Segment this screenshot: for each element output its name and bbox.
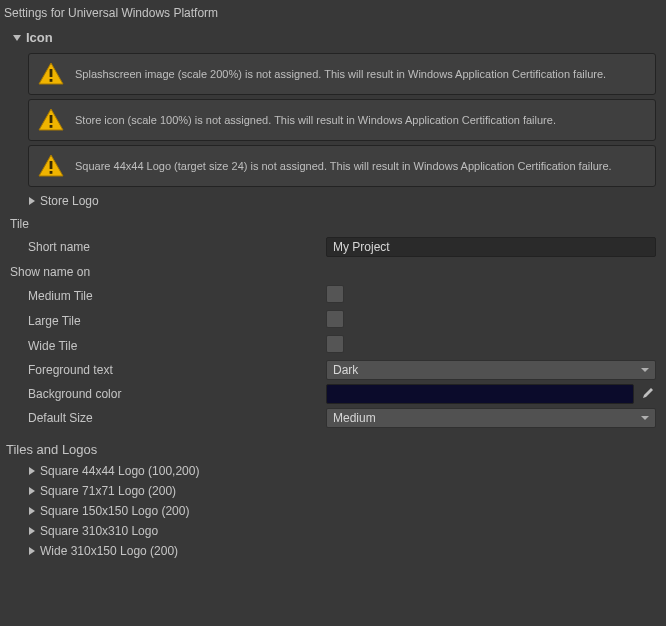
short-name-input[interactable] xyxy=(326,237,656,257)
large-tile-checkbox[interactable] xyxy=(326,310,344,328)
short-name-row: Short name xyxy=(0,235,666,259)
default-size-row: Default Size Medium xyxy=(0,406,666,430)
background-color-row: Background color xyxy=(0,382,666,406)
tiles-and-logos-heading: Tiles and Logos xyxy=(0,436,666,461)
logo-foldout-label: Wide 310x150 Logo (200) xyxy=(40,544,178,558)
svg-rect-8 xyxy=(50,161,53,169)
logo-foldout[interactable]: Square 310x310 Logo xyxy=(0,521,666,541)
default-size-label: Default Size xyxy=(28,411,326,425)
svg-rect-6 xyxy=(50,125,53,128)
warning-text: Square 44x44 Logo (target size 24) is no… xyxy=(75,159,612,174)
show-name-on-label: Show name on xyxy=(0,259,666,283)
icon-foldout-label: Icon xyxy=(26,30,53,45)
tile-heading: Tile xyxy=(0,211,666,235)
svg-marker-11 xyxy=(29,467,35,475)
logo-foldout[interactable]: Wide 310x150 Logo (200) xyxy=(0,541,666,561)
svg-marker-12 xyxy=(29,487,35,495)
warning-text: Splashscreen image (scale 200%) is not a… xyxy=(75,67,606,82)
svg-marker-0 xyxy=(13,35,21,41)
large-tile-row: Large Tile xyxy=(0,308,666,333)
wide-tile-checkbox[interactable] xyxy=(326,335,344,353)
svg-marker-13 xyxy=(29,507,35,515)
icon-foldout[interactable]: Icon xyxy=(0,26,666,49)
logo-foldout[interactable]: Square 44x44 Logo (100,200) xyxy=(0,461,666,481)
warning-box: Square 44x44 Logo (target size 24) is no… xyxy=(28,145,656,187)
wide-tile-label: Wide Tile xyxy=(28,339,326,353)
background-color-label: Background color xyxy=(28,387,326,401)
svg-marker-10 xyxy=(29,197,35,205)
logo-foldout[interactable]: Square 71x71 Logo (200) xyxy=(0,481,666,501)
wide-tile-row: Wide Tile xyxy=(0,333,666,358)
store-logo-foldout[interactable]: Store Logo xyxy=(0,191,666,211)
svg-rect-9 xyxy=(50,171,53,174)
chevron-right-icon xyxy=(28,196,36,206)
medium-tile-label: Medium Tile xyxy=(28,289,326,303)
warning-icon xyxy=(37,108,65,132)
logo-foldout-label: Square 150x150 Logo (200) xyxy=(40,504,189,518)
warning-icon xyxy=(37,154,65,178)
foreground-text-label: Foreground text xyxy=(28,363,326,377)
foreground-text-value: Dark xyxy=(333,363,358,377)
background-color-swatch[interactable] xyxy=(326,384,634,404)
svg-rect-2 xyxy=(50,69,53,77)
svg-rect-3 xyxy=(50,79,53,82)
short-name-label: Short name xyxy=(28,240,326,254)
store-logo-label: Store Logo xyxy=(40,194,99,208)
chevron-right-icon xyxy=(28,466,36,476)
warning-box: Splashscreen image (scale 200%) is not a… xyxy=(28,53,656,95)
page-title: Settings for Universal Windows Platform xyxy=(0,0,666,26)
chevron-right-icon xyxy=(28,526,36,536)
svg-marker-15 xyxy=(29,547,35,555)
medium-tile-row: Medium Tile xyxy=(0,283,666,308)
foreground-text-select[interactable]: Dark xyxy=(326,360,656,380)
warning-box: Store icon (scale 100%) is not assigned.… xyxy=(28,99,656,141)
eyedropper-icon[interactable] xyxy=(638,385,656,403)
logo-foldout-label: Square 310x310 Logo xyxy=(40,524,158,538)
svg-rect-5 xyxy=(50,115,53,123)
chevron-right-icon xyxy=(28,506,36,516)
default-size-value: Medium xyxy=(333,411,376,425)
large-tile-label: Large Tile xyxy=(28,314,326,328)
default-size-select[interactable]: Medium xyxy=(326,408,656,428)
logo-foldout-label: Square 44x44 Logo (100,200) xyxy=(40,464,199,478)
svg-marker-14 xyxy=(29,527,35,535)
chevron-right-icon xyxy=(28,486,36,496)
foreground-text-row: Foreground text Dark xyxy=(0,358,666,382)
chevron-down-icon xyxy=(12,33,22,43)
logo-foldout[interactable]: Square 150x150 Logo (200) xyxy=(0,501,666,521)
logo-foldout-label: Square 71x71 Logo (200) xyxy=(40,484,176,498)
chevron-right-icon xyxy=(28,546,36,556)
warning-icon xyxy=(37,62,65,86)
warning-text: Store icon (scale 100%) is not assigned.… xyxy=(75,113,556,128)
medium-tile-checkbox[interactable] xyxy=(326,285,344,303)
